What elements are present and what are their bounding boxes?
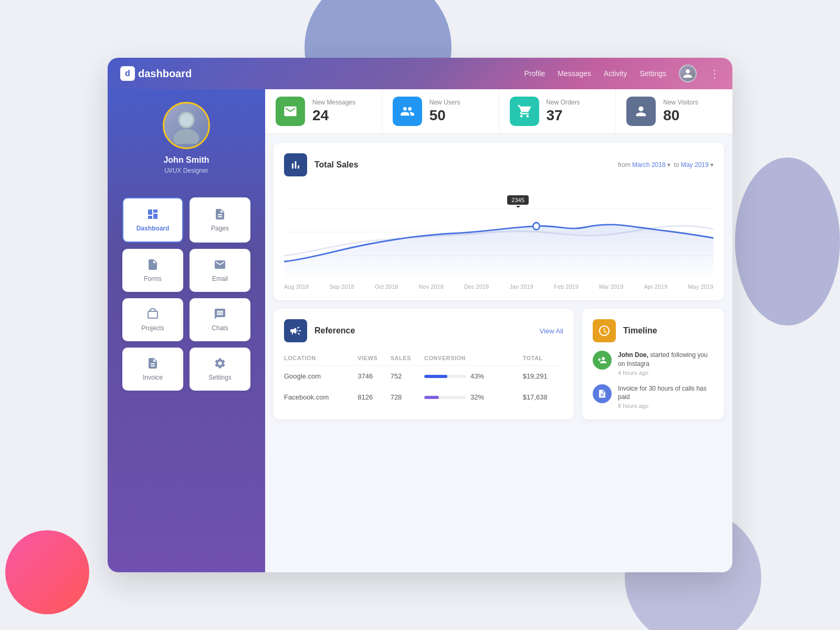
page-wrapper: d dashboard Profile Messages Activity Se… <box>0 0 840 630</box>
nav-grid-area: Dashboard Pages Forms <box>108 183 265 572</box>
date-to[interactable]: May 2019 <box>681 161 709 169</box>
reference-section: Reference View All LOCATION VIEWS SALES <box>274 309 574 419</box>
stat-icon-visitors <box>626 97 656 126</box>
nav-label-invoice: Invoice <box>143 374 163 381</box>
date-range: from March 2018 ▾ to May 2019 ▾ <box>618 161 713 169</box>
row1-conversion-cell: 32% <box>424 387 523 408</box>
col-location: LOCATION <box>284 351 358 366</box>
x-label-8: Apr 2019 <box>644 284 668 290</box>
nav-activity[interactable]: Activity <box>604 69 627 78</box>
nav-settings[interactable]: Settings <box>639 69 666 78</box>
left-panel: John Smith UI/UX Designer Dashboard <box>108 89 265 572</box>
progress-fill-row0 <box>424 375 447 378</box>
timeline-section: Timeline <box>582 309 724 419</box>
nav-label-dashboard: Dashboard <box>136 225 170 232</box>
row1-conversion: 32% <box>470 393 484 401</box>
row0-location: Google.com <box>284 366 358 387</box>
x-label-1: Sep 2018 <box>329 284 354 290</box>
header: d dashboard Profile Messages Activity Se… <box>108 58 732 89</box>
stats-strip: New Messages 24 New Users 50 <box>265 89 732 134</box>
x-label-6: Feb 2019 <box>554 284 578 290</box>
profile-name: John Smith <box>163 155 209 165</box>
nav-item-pages[interactable]: Pages <box>190 197 250 243</box>
row0-views: 3746 <box>358 366 390 387</box>
progress-bar-row1 <box>424 396 466 399</box>
stat-label-users: New Users <box>429 99 460 106</box>
progress-bar-row0 <box>424 375 466 378</box>
nav-item-forms[interactable]: Forms <box>122 249 183 292</box>
mail-icon <box>283 104 298 119</box>
decorative-blob-bottom-left <box>5 530 89 614</box>
user-plus-icon <box>597 355 607 365</box>
stat-card-messages: New Messages 24 <box>265 89 382 133</box>
nav-item-dashboard[interactable]: Dashboard <box>122 197 183 243</box>
row1-views: 8126 <box>358 387 390 408</box>
row0-total: $19,291 <box>523 366 563 387</box>
app-title: dashboard <box>138 68 192 80</box>
row1-location: Facebook.com <box>284 387 358 408</box>
nav-profile[interactable]: Profile <box>524 69 545 78</box>
main-body: John Smith UI/UX Designer Dashboard <box>108 89 732 572</box>
nav-grid: Dashboard Pages Forms <box>114 189 259 399</box>
stat-value-users: 50 <box>429 107 460 124</box>
invoice-icon <box>146 357 159 370</box>
stat-info-users: New Users 50 <box>429 99 460 124</box>
timeline-time-0: 4 hours ago <box>618 370 713 376</box>
table-header-row: LOCATION VIEWS SALES CONVERSION TOTAL <box>284 351 563 366</box>
nav-messages[interactable]: Messages <box>558 69 591 78</box>
megaphone-icon <box>289 324 302 337</box>
timeline-icon-1 <box>593 384 612 403</box>
sales-chart-svg <box>284 185 713 279</box>
chart-tooltip: 2345 <box>507 195 528 205</box>
chart-area: 2345 <box>284 185 713 279</box>
nav-item-chats[interactable]: Chats <box>190 298 250 341</box>
chart-title: Total Sales <box>314 160 358 170</box>
logo-icon: d <box>120 66 135 81</box>
x-label-7: Mar 2019 <box>599 284 623 290</box>
nav-item-invoice[interactable]: Invoice <box>122 348 183 391</box>
nav-label-forms: Forms <box>144 275 162 282</box>
x-label-3: Nov 2018 <box>419 284 444 290</box>
decorative-blob-right <box>735 158 840 326</box>
forms-icon <box>146 258 159 271</box>
nav-item-email[interactable]: Email <box>190 249 250 292</box>
chart-section: Total Sales from March 2018 ▾ to May 201… <box>274 143 724 300</box>
table-row: Facebook.com 8126 728 <box>284 387 563 408</box>
stat-value-messages: 24 <box>312 107 355 124</box>
timeline-title: Timeline <box>623 326 657 335</box>
profile-section: John Smith UI/UX Designer <box>108 89 265 183</box>
nav-item-settings[interactable]: Settings <box>190 348 250 391</box>
nav-label-projects: Projects <box>141 324 164 332</box>
user-avatar-large <box>163 102 210 149</box>
row1-sales: 728 <box>391 387 424 408</box>
content-panels: Total Sales from March 2018 ▾ to May 201… <box>265 134 732 572</box>
dashboard-icon <box>146 208 159 220</box>
view-all-link[interactable]: View All <box>540 327 563 335</box>
email-icon <box>214 258 226 271</box>
header-nav: Profile Messages Activity Settings ⋮ <box>524 65 720 82</box>
more-icon[interactable]: ⋮ <box>709 67 720 80</box>
stat-info-messages: New Messages 24 <box>312 99 355 124</box>
stat-label-orders: New Orders <box>547 99 580 106</box>
chart-icon-box <box>284 153 307 176</box>
nav-label-settings: Settings <box>208 374 231 381</box>
timeline-items: John Doe, started following you on Insta… <box>593 351 713 409</box>
date-from[interactable]: March 2018 <box>632 161 665 169</box>
col-conversion: CONVERSION <box>424 351 523 366</box>
stat-info-orders: New Orders 37 <box>547 99 580 124</box>
row0-sales: 752 <box>391 366 424 387</box>
logo-char: d <box>125 69 130 78</box>
document-icon <box>597 389 607 398</box>
nav-label-chats: Chats <box>212 324 228 332</box>
logo: d dashboard <box>120 66 192 81</box>
settings-icon <box>214 357 226 370</box>
stat-value-visitors: 80 <box>663 107 698 124</box>
timeline-desc-1: Invoice for 30 hours of calls has paid <box>618 385 707 401</box>
pages-icon <box>214 208 226 220</box>
user-avatar-header[interactable] <box>679 65 697 82</box>
row0-conversion: 43% <box>470 372 484 380</box>
nav-item-projects[interactable]: Projects <box>122 298 183 341</box>
progress-fill-row1 <box>424 396 439 399</box>
svg-point-2 <box>180 113 193 127</box>
timeline-item-0: John Doe, started following you on Insta… <box>593 351 713 376</box>
